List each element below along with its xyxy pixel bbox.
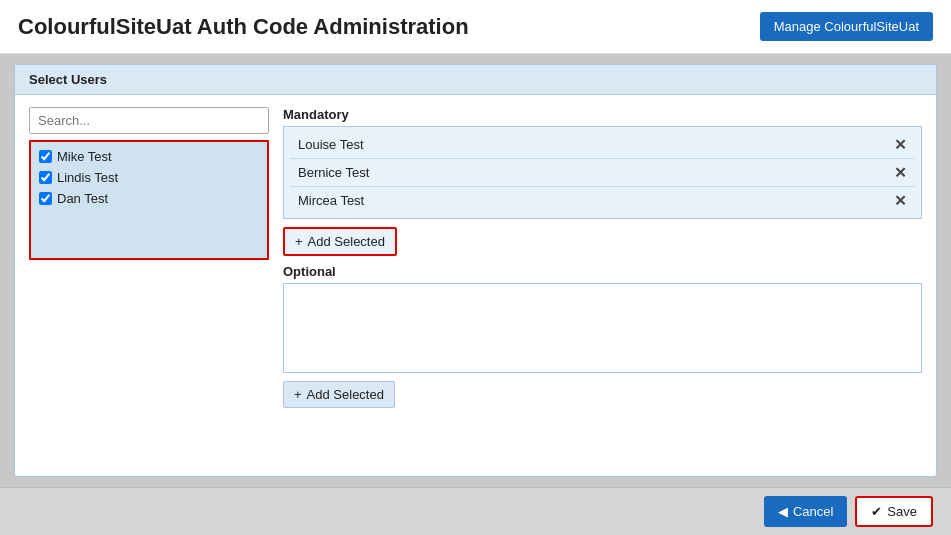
save-button[interactable]: ✔ Save [855, 496, 933, 527]
mandatory-item-name: Bernice Test [298, 165, 369, 180]
add-mandatory-label: Add Selected [308, 234, 385, 249]
user-checkbox[interactable] [39, 150, 52, 163]
add-optional-label: Add Selected [307, 387, 384, 402]
user-list: Mike TestLindis TestDan Test [29, 140, 269, 260]
user-item: Lindis Test [37, 167, 261, 188]
cancel-label: Cancel [793, 504, 833, 519]
content-area: Mike TestLindis TestDan Test Mandatory L… [15, 95, 936, 476]
cancel-button[interactable]: ◀ Cancel [764, 496, 847, 527]
left-panel: Mike TestLindis TestDan Test [29, 107, 269, 464]
user-item: Mike Test [37, 146, 261, 167]
mandatory-item: Bernice Test✕ [290, 159, 915, 187]
manage-button[interactable]: Manage ColourfulSiteUat [760, 12, 933, 41]
mandatory-item-name: Louise Test [298, 137, 364, 152]
cancel-icon: ◀ [778, 504, 788, 519]
mandatory-item: Louise Test✕ [290, 131, 915, 159]
mandatory-item: Mircea Test✕ [290, 187, 915, 214]
save-icon: ✔ [871, 504, 882, 519]
add-selected-optional-button[interactable]: + Add Selected [283, 381, 395, 408]
search-input[interactable] [29, 107, 269, 134]
page-header: ColourfulSiteUat Auth Code Administratio… [0, 0, 951, 54]
remove-mandatory-item-button[interactable]: ✕ [894, 137, 907, 152]
footer-bar: ◀ Cancel ✔ Save [0, 487, 951, 535]
page-title: ColourfulSiteUat Auth Code Administratio… [18, 14, 469, 40]
select-users-header: Select Users [15, 65, 936, 95]
save-label: Save [887, 504, 917, 519]
optional-list [283, 283, 922, 373]
user-item: Dan Test [37, 188, 261, 209]
user-name: Mike Test [57, 149, 112, 164]
mandatory-section: Mandatory Louise Test✕Bernice Test✕Mirce… [283, 107, 922, 219]
remove-mandatory-item-button[interactable]: ✕ [894, 193, 907, 208]
add-selected-mandatory-button[interactable]: + Add Selected [283, 227, 397, 256]
optional-section: Optional [283, 264, 922, 373]
user-name: Dan Test [57, 191, 108, 206]
mandatory-item-name: Mircea Test [298, 193, 364, 208]
add-mandatory-icon: + [295, 234, 303, 249]
right-panel: Mandatory Louise Test✕Bernice Test✕Mirce… [283, 107, 922, 464]
main-content: Select Users Mike TestLindis TestDan Tes… [14, 64, 937, 477]
user-name: Lindis Test [57, 170, 118, 185]
mandatory-list: Louise Test✕Bernice Test✕Mircea Test✕ [283, 126, 922, 219]
remove-mandatory-item-button[interactable]: ✕ [894, 165, 907, 180]
optional-label: Optional [283, 264, 922, 279]
mandatory-label: Mandatory [283, 107, 922, 122]
user-checkbox[interactable] [39, 192, 52, 205]
user-checkbox[interactable] [39, 171, 52, 184]
add-optional-icon: + [294, 387, 302, 402]
